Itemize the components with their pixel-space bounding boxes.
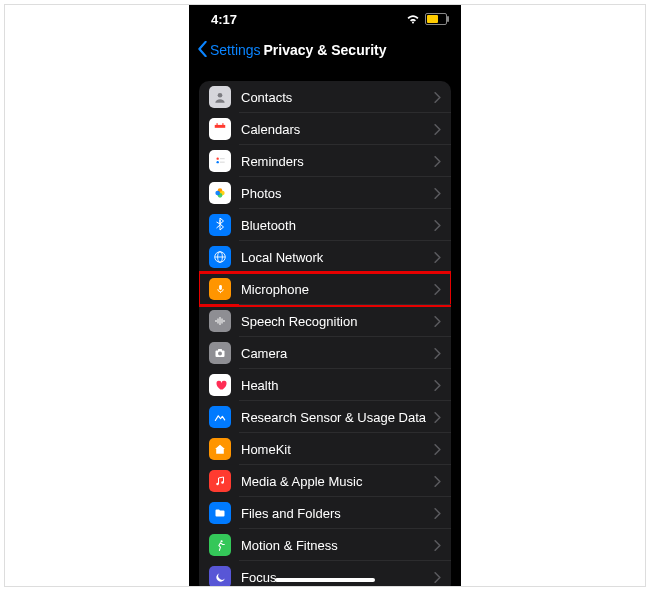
row-label: Media & Apple Music	[241, 474, 434, 489]
status-bar: 4:17	[189, 5, 461, 33]
svg-point-24	[218, 352, 222, 356]
svg-point-26	[216, 483, 219, 486]
row-label: Local Network	[241, 250, 434, 265]
row-speech[interactable]: Speech Recognition	[199, 305, 451, 337]
row-label: Speech Recognition	[241, 314, 434, 329]
row-label: Contacts	[241, 90, 434, 105]
row-reminders[interactable]: Reminders	[199, 145, 451, 177]
chevron-right-icon	[434, 348, 441, 359]
row-bluetooth[interactable]: Bluetooth	[199, 209, 451, 241]
research-icon	[209, 406, 231, 428]
row-label: Files and Folders	[241, 506, 434, 521]
row-label: Camera	[241, 346, 434, 361]
settings-list: ContactsCalendarsRemindersPhotosBluetoot…	[199, 81, 451, 586]
row-focus[interactable]: Focus	[199, 561, 451, 586]
row-contacts[interactable]: Contacts	[199, 81, 451, 113]
row-photos[interactable]: Photos	[199, 177, 451, 209]
row-label: Photos	[241, 186, 434, 201]
svg-point-0	[218, 93, 223, 98]
svg-rect-18	[216, 320, 217, 322]
svg-rect-5	[215, 156, 226, 167]
chevron-left-icon	[197, 41, 208, 60]
back-button[interactable]: Settings	[197, 41, 261, 60]
row-label: Research Sensor & Usage Data	[241, 410, 434, 425]
camera-icon	[209, 342, 231, 364]
page-title: Privacy & Security	[264, 42, 387, 58]
svg-rect-4	[222, 123, 223, 126]
row-camera[interactable]: Camera	[199, 337, 451, 369]
row-label: Reminders	[241, 154, 434, 169]
media-icon	[209, 470, 231, 492]
svg-rect-19	[218, 319, 219, 324]
row-label: HomeKit	[241, 442, 434, 457]
row-homekit[interactable]: HomeKit	[199, 433, 451, 465]
chevron-right-icon	[434, 380, 441, 391]
svg-point-27	[221, 481, 224, 484]
chevron-right-icon	[434, 540, 441, 551]
chevron-right-icon	[434, 92, 441, 103]
microphone-icon	[209, 278, 231, 300]
content: ContactsCalendarsRemindersPhotosBluetoot…	[189, 67, 461, 586]
status-time: 4:17	[211, 12, 237, 27]
svg-rect-3	[217, 123, 218, 126]
svg-rect-2	[215, 125, 226, 128]
motion-icon	[209, 534, 231, 556]
row-media[interactable]: Media & Apple Music	[199, 465, 451, 497]
reminders-icon	[209, 150, 231, 172]
svg-rect-8	[220, 158, 225, 159]
focus-icon	[209, 566, 231, 586]
svg-point-6	[217, 158, 219, 160]
wifi-icon	[406, 12, 420, 27]
svg-rect-25	[218, 349, 222, 351]
row-label: Calendars	[241, 122, 434, 137]
row-label: Health	[241, 378, 434, 393]
chevron-right-icon	[434, 188, 441, 199]
battery-icon	[425, 13, 447, 25]
row-label: Motion & Fitness	[241, 538, 434, 553]
chevron-right-icon	[434, 284, 441, 295]
svg-rect-21	[222, 319, 223, 324]
contacts-icon	[209, 86, 231, 108]
chevron-right-icon	[434, 508, 441, 519]
health-icon	[209, 374, 231, 396]
speech-icon	[209, 310, 231, 332]
row-label: Microphone	[241, 282, 434, 297]
chevron-right-icon	[434, 476, 441, 487]
chevron-right-icon	[434, 124, 441, 135]
chevron-right-icon	[434, 316, 441, 327]
chevron-right-icon	[434, 572, 441, 583]
svg-point-7	[217, 161, 219, 163]
home-indicator[interactable]	[275, 578, 375, 582]
row-microphone[interactable]: Microphone	[199, 273, 451, 305]
chevron-right-icon	[434, 412, 441, 423]
row-motion[interactable]: Motion & Fitness	[199, 529, 451, 561]
row-files[interactable]: Files and Folders	[199, 497, 451, 529]
local-network-icon	[209, 246, 231, 268]
svg-point-13	[215, 191, 220, 196]
row-label: Focus	[241, 570, 434, 585]
back-label: Settings	[210, 42, 261, 58]
outer-frame: 4:17 Settings Privacy & Security Contact…	[4, 4, 646, 587]
files-icon	[209, 502, 231, 524]
chevron-right-icon	[434, 156, 441, 167]
status-right	[406, 12, 447, 27]
svg-rect-22	[224, 320, 225, 322]
chevron-right-icon	[434, 252, 441, 263]
row-research[interactable]: Research Sensor & Usage Data	[199, 401, 451, 433]
row-localnetwork[interactable]: Local Network	[199, 241, 451, 273]
homekit-icon	[209, 438, 231, 460]
calendar-icon	[209, 118, 231, 140]
nav-bar: Settings Privacy & Security	[189, 33, 461, 67]
photos-icon	[209, 182, 231, 204]
svg-rect-17	[219, 285, 222, 290]
bluetooth-icon	[209, 214, 231, 236]
chevron-right-icon	[434, 444, 441, 455]
row-label: Bluetooth	[241, 218, 434, 233]
svg-rect-20	[220, 317, 221, 325]
chevron-right-icon	[434, 220, 441, 231]
svg-point-28	[220, 540, 222, 542]
row-health[interactable]: Health	[199, 369, 451, 401]
phone-screen: 4:17 Settings Privacy & Security Contact…	[189, 5, 461, 586]
svg-rect-9	[220, 162, 225, 163]
row-calendars[interactable]: Calendars	[199, 113, 451, 145]
